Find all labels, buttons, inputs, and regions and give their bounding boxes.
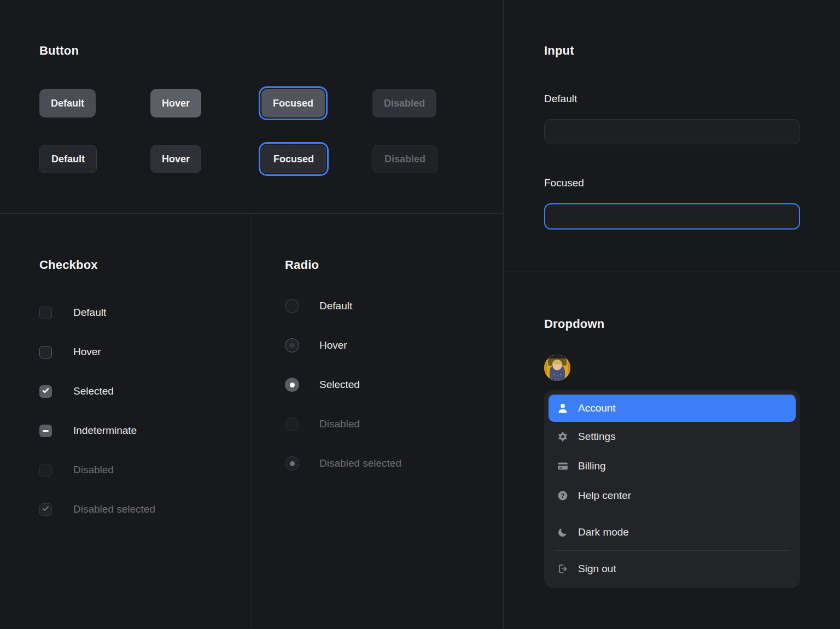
section-title-input: Input: [544, 44, 800, 58]
section-title-dropdown: Dropdown: [544, 317, 800, 331]
radio-list: Default Hover Selected Disabled Disabled…: [285, 299, 401, 471]
credit-card-icon: [557, 460, 569, 472]
avatar-image: [544, 355, 570, 381]
radio-dot: [290, 461, 295, 466]
radio-row-disabled: Disabled: [285, 417, 401, 431]
radio-hover[interactable]: [285, 338, 299, 352]
checkbox-disabled-selected: [39, 503, 52, 516]
button-ghost-default[interactable]: Default: [39, 145, 97, 173]
menu-item-label: Dark mode: [578, 526, 629, 538]
checkbox-label: Selected: [73, 385, 114, 397]
radio-row-hover: Hover: [285, 338, 401, 352]
checkbox-label: Disabled: [73, 464, 114, 476]
radio-label: Disabled: [319, 418, 360, 430]
checkbox-row-indeterminate: Indeterminate: [39, 424, 155, 437]
radio-dot: [289, 343, 295, 348]
divider-vertical-main: [503, 0, 504, 629]
checkbox-label: Hover: [73, 346, 101, 358]
menu-item-billing[interactable]: Billing: [549, 451, 796, 481]
button-ghost-hover[interactable]: Hover: [150, 145, 201, 173]
menu-divider: [554, 550, 790, 551]
menu-item-dark-mode[interactable]: Dark mode: [549, 518, 796, 547]
button-solid-hover[interactable]: Hover: [150, 89, 201, 117]
dropdown-section: Dropdown: [544, 317, 800, 588]
button-ghost-disabled: Disabled: [372, 145, 438, 173]
menu-item-label: Settings: [578, 431, 616, 443]
checkbox-row-disabled-selected: Disabled selected: [39, 503, 155, 516]
person-icon: [557, 402, 569, 414]
button-section: Button Default Hover Focused Disabled De…: [39, 44, 483, 173]
radio-disabled: [285, 417, 299, 431]
sign-out-icon: [557, 563, 569, 575]
help-circle-icon: ?: [557, 490, 569, 502]
checkbox-hover[interactable]: [39, 346, 52, 358]
text-input-default[interactable]: [544, 119, 800, 144]
svg-text:?: ?: [561, 492, 565, 499]
text-input-focused[interactable]: [544, 203, 800, 230]
radio-section: Radio Default Hover Selected Disabled Di…: [285, 258, 401, 496]
checkbox-row-hover: Hover: [39, 345, 155, 358]
input-label-focused: Focused: [544, 177, 800, 189]
dash-icon: [43, 430, 49, 432]
radio-row-disabled-selected: Disabled selected: [285, 456, 401, 471]
radio-label: Selected: [319, 379, 360, 391]
checkbox-default[interactable]: [39, 307, 52, 319]
section-title-radio: Radio: [285, 258, 401, 272]
menu-item-help-center[interactable]: ? Help center: [549, 481, 796, 510]
user-avatar[interactable]: [544, 355, 570, 381]
checkbox-label: Indeterminate: [73, 425, 137, 437]
radio-default[interactable]: [285, 299, 299, 313]
check-icon: [42, 504, 50, 515]
radio-label: Default: [319, 300, 352, 312]
radio-row-selected: Selected: [285, 378, 401, 392]
radio-row-default: Default: [285, 299, 401, 313]
checkbox-row-selected: Selected: [39, 385, 155, 398]
button-solid-disabled: Disabled: [372, 89, 436, 117]
checkbox-label: Disabled selected: [73, 503, 155, 515]
checkbox-label: Default: [73, 307, 106, 319]
divider-horizontal-right: [504, 272, 840, 272]
input-section: Input Default Focused: [544, 44, 800, 230]
moon-icon: [557, 526, 569, 538]
menu-item-label: Help center: [578, 490, 631, 502]
checkbox-disabled: [39, 464, 52, 477]
checkbox-list: Default Hover Selected Indeterminate: [39, 306, 155, 516]
checkbox-indeterminate[interactable]: [39, 425, 52, 437]
check-icon: [42, 386, 50, 397]
section-title-checkbox: Checkbox: [39, 258, 155, 272]
divider-vertical-left: [252, 213, 252, 629]
dropdown-menu: Account Settings Billing ? Help center: [544, 390, 800, 588]
checkbox-row-disabled: Disabled: [39, 463, 155, 477]
button-solid-default[interactable]: Default: [39, 89, 96, 117]
menu-item-label: Sign out: [578, 563, 616, 575]
radio-dot: [290, 383, 295, 387]
menu-item-label: Billing: [578, 460, 606, 472]
menu-item-label: Account: [578, 402, 616, 414]
menu-item-account[interactable]: Account: [549, 395, 796, 422]
button-solid-focused[interactable]: Focused: [261, 89, 325, 117]
checkbox-section: Checkbox Default Hover Selected In: [39, 258, 155, 542]
button-ghost-focused[interactable]: Focused: [261, 145, 326, 173]
radio-label: Hover: [319, 339, 347, 351]
checkbox-selected[interactable]: [39, 385, 52, 398]
checkbox-row-default: Default: [39, 306, 155, 319]
menu-item-settings[interactable]: Settings: [549, 422, 796, 451]
gear-icon: [557, 431, 569, 443]
radio-selected[interactable]: [285, 378, 299, 392]
input-label-default: Default: [544, 93, 800, 105]
radio-disabled-selected: [285, 456, 299, 471]
button-grid: Default Hover Focused Disabled Default H…: [39, 89, 483, 173]
menu-item-sign-out[interactable]: Sign out: [549, 554, 796, 584]
section-title-button: Button: [39, 44, 483, 58]
menu-divider: [554, 514, 790, 514]
radio-label: Disabled selected: [319, 457, 401, 469]
component-showcase: Button Default Hover Focused Disabled De…: [0, 0, 840, 629]
